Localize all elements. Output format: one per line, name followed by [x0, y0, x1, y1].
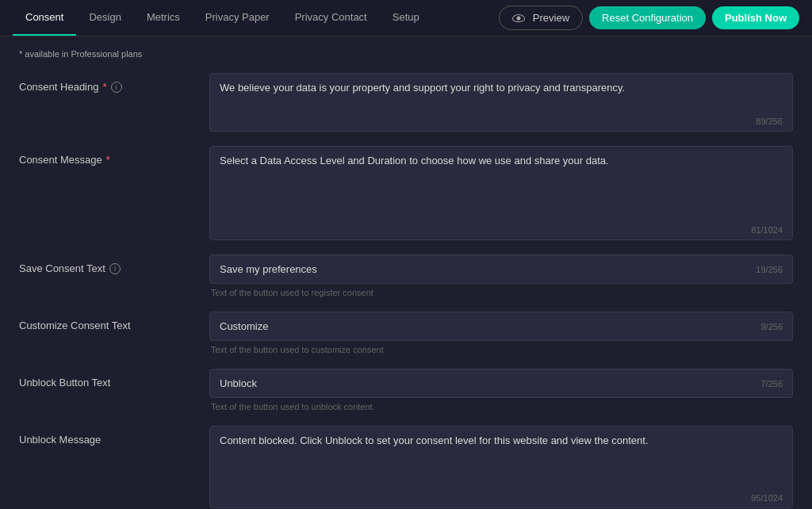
pro-notice: * available in Professional plans — [19, 49, 793, 59]
unblock-message-wrapper: Content blocked. Click Unblock to set yo… — [209, 426, 793, 508]
unblock-button-field: 7/256 Text of the button used to unblock… — [209, 369, 793, 411]
tab-metrics[interactable]: Metrics — [134, 0, 193, 36]
info-icon[interactable]: i — [111, 82, 122, 93]
consent-heading-wrapper: We believe your data is your property an… — [209, 73, 793, 132]
unblock-button-hint: Text of the button used to unblock conte… — [209, 402, 793, 411]
save-consent-field: 19/256 Text of the button used to regist… — [209, 254, 793, 297]
customize-consent-row: Customize Consent Text 9/256 Text of the… — [19, 312, 793, 354]
unblock-message-input[interactable]: Content blocked. Click Unblock to set yo… — [210, 427, 792, 490]
unblock-message-label: Unblock Message — [19, 426, 209, 446]
publish-button[interactable]: Publish Now — [712, 6, 799, 29]
customize-consent-count: 9/256 — [751, 322, 792, 331]
unblock-button-input[interactable] — [210, 369, 751, 397]
required-marker: * — [106, 154, 110, 166]
unblock-message-row: Unblock Message Content blocked. Click U… — [19, 426, 793, 509]
save-consent-row: Save Consent Text i 19/256 Text of the b… — [19, 254, 793, 297]
customize-consent-input[interactable] — [210, 312, 751, 340]
consent-message-field: Select a Data Access Level and Duration … — [209, 146, 793, 240]
nav-tabs: Consent Design Metrics Privacy Paper Pri… — [13, 0, 432, 36]
consent-heading-input[interactable]: We believe your data is your property an… — [210, 74, 792, 113]
main-content: * available in Professional plans Consen… — [0, 36, 812, 509]
unblock-button-count: 7/256 — [751, 379, 792, 388]
consent-heading-field: We believe your data is your property an… — [209, 73, 793, 132]
consent-message-count: 81/1024 — [210, 222, 792, 239]
customize-consent-label: Customize Consent Text — [19, 312, 209, 331]
unblock-message-count: 95/1024 — [210, 490, 792, 507]
top-nav: Consent Design Metrics Privacy Paper Pri… — [0, 0, 812, 36]
save-consent-hint: Text of the button used to register cons… — [209, 288, 793, 297]
consent-message-wrapper: Select a Data Access Level and Duration … — [209, 146, 793, 240]
unblock-button-row: Unblock Button Text 7/256 Text of the bu… — [19, 369, 793, 411]
consent-message-input[interactable]: Select a Data Access Level and Duration … — [210, 147, 792, 222]
tab-setup[interactable]: Setup — [380, 0, 432, 36]
tab-privacy-contact[interactable]: Privacy Contact — [282, 0, 380, 36]
save-consent-label: Save Consent Text i — [19, 254, 209, 274]
consent-message-label: Consent Message * — [19, 146, 209, 166]
tab-design[interactable]: Design — [76, 0, 133, 36]
customize-consent-wrapper: 9/256 — [209, 312, 793, 341]
customize-consent-field: 9/256 Text of the button used to customi… — [209, 312, 793, 354]
info-icon[interactable]: i — [109, 263, 121, 274]
consent-heading-count: 89/256 — [210, 113, 792, 131]
consent-heading-row: Consent Heading * i We believe your data… — [19, 73, 793, 132]
tab-privacy-paper[interactable]: Privacy Paper — [193, 0, 282, 36]
unblock-button-label: Unblock Button Text — [19, 369, 209, 388]
required-marker: * — [102, 81, 106, 93]
unblock-button-wrapper: 7/256 — [209, 369, 793, 398]
nav-actions: Preview Reset Configuration Publish Now — [499, 6, 799, 30]
save-consent-input[interactable] — [210, 255, 746, 283]
consent-heading-label: Consent Heading * i — [19, 73, 209, 93]
preview-button[interactable]: Preview — [499, 6, 583, 30]
tab-consent[interactable]: Consent — [13, 0, 76, 36]
customize-consent-hint: Text of the button used to customize con… — [209, 345, 793, 354]
consent-message-row: Consent Message * Select a Data Access L… — [19, 146, 793, 240]
reset-button[interactable]: Reset Configuration — [589, 6, 706, 29]
save-consent-wrapper: 19/256 — [209, 254, 793, 284]
unblock-message-field: Content blocked. Click Unblock to set yo… — [209, 426, 793, 509]
save-consent-count: 19/256 — [746, 265, 792, 274]
eye-icon — [512, 14, 525, 22]
